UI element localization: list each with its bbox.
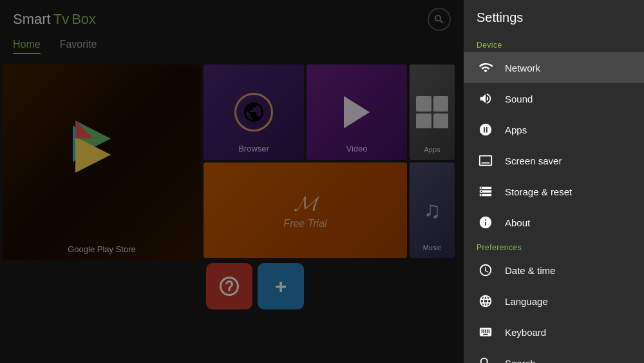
settings-item-apps[interactable]: Apps xyxy=(464,114,644,145)
screensaver-icon xyxy=(477,152,495,170)
settings-item-sound[interactable]: Sound xyxy=(464,83,644,114)
wifi-icon xyxy=(477,59,495,77)
settings-item-network[interactable]: Network xyxy=(464,52,644,83)
apps-label: Apps xyxy=(424,146,440,153)
small-tile-2[interactable]: + xyxy=(258,263,304,309)
tab-home[interactable]: Home xyxy=(13,39,41,54)
storage-label: Storage & reset xyxy=(505,186,572,197)
grid-row-2: 𝓜 Free Trial ♫ Music xyxy=(204,162,455,258)
search-icon xyxy=(477,354,495,363)
nav-tabs: Home Favorite xyxy=(0,39,464,54)
datetime-label: Date & time xyxy=(505,265,555,276)
language-label: Language xyxy=(505,296,548,307)
settings-item-keyboard[interactable]: Keyboard xyxy=(464,317,644,348)
keyboard-icon xyxy=(477,323,495,341)
playstore-label: Google Play Store xyxy=(68,244,136,254)
main-content: Smart Tv Box Home Favorite xyxy=(0,0,464,363)
keyboard-label: Keyboard xyxy=(505,327,546,338)
video-label: Video xyxy=(346,144,367,153)
settings-item-language[interactable]: Language xyxy=(464,286,644,317)
preferences-section-label: Preferences xyxy=(464,238,644,255)
music-note-icon: ♫ xyxy=(424,197,441,224)
right-grid: Browser Video Apps xyxy=(204,64,455,312)
header-search-icon[interactable] xyxy=(428,8,451,31)
plus-icon: + xyxy=(275,275,287,299)
search-label: Search xyxy=(505,358,536,364)
tile-playstore[interactable]: Google Play Store xyxy=(3,64,201,260)
apps-icon xyxy=(477,121,495,139)
tile-music[interactable]: ♫ Music xyxy=(410,162,455,258)
tile-apps[interactable]: Apps xyxy=(410,64,455,160)
grid-row-1: Browser Video Apps xyxy=(204,64,455,160)
settings-item-storage[interactable]: Storage & reset xyxy=(464,176,644,207)
tab-favorite[interactable]: Favorite xyxy=(60,39,97,54)
app-logo: Smart Tv Box xyxy=(13,11,96,28)
small-tiles-row: + xyxy=(204,260,455,312)
settings-item-search[interactable]: Search xyxy=(464,348,644,363)
logo-smart: Smart xyxy=(13,11,51,28)
free-trial-m-icon: 𝓜 xyxy=(294,191,316,215)
tile-video[interactable]: Video xyxy=(307,64,407,160)
about-label: About xyxy=(505,217,530,228)
device-section-label: Device xyxy=(464,35,644,52)
video-play-icon xyxy=(344,96,370,128)
logo-tv: Tv xyxy=(53,11,69,28)
language-icon xyxy=(477,292,495,310)
logo-box: Box xyxy=(71,11,96,28)
browser-label: Browser xyxy=(238,144,269,153)
small-tile-1[interactable] xyxy=(206,263,252,309)
settings-item-datetime[interactable]: Date & time xyxy=(464,255,644,286)
clock-icon xyxy=(477,261,495,279)
network-label: Network xyxy=(505,63,540,74)
settings-panel: Settings Device Network Sound Apps xyxy=(464,0,644,363)
tile-browser[interactable]: Browser xyxy=(204,64,304,160)
sound-label: Sound xyxy=(505,93,533,104)
apps-settings-label: Apps xyxy=(505,124,527,135)
settings-item-about[interactable]: About xyxy=(464,207,644,238)
free-trial-label: Free Trial xyxy=(283,218,327,230)
app-grid: Google Play Store Browser Vide xyxy=(0,64,464,312)
header: Smart Tv Box xyxy=(0,0,464,39)
settings-title: Settings xyxy=(464,0,644,35)
storage-icon xyxy=(477,182,495,201)
about-icon xyxy=(477,213,495,231)
browser-globe-icon xyxy=(234,93,273,132)
settings-item-screensaver[interactable]: Screen saver xyxy=(464,145,644,176)
screensaver-label: Screen saver xyxy=(505,155,562,166)
free-trial-content: 𝓜 Free Trial xyxy=(283,191,327,230)
music-label: Music xyxy=(423,244,442,251)
apps-grid-icon xyxy=(416,96,448,128)
tile-free-trial[interactable]: 𝓜 Free Trial xyxy=(204,162,407,258)
sound-icon xyxy=(477,90,495,108)
